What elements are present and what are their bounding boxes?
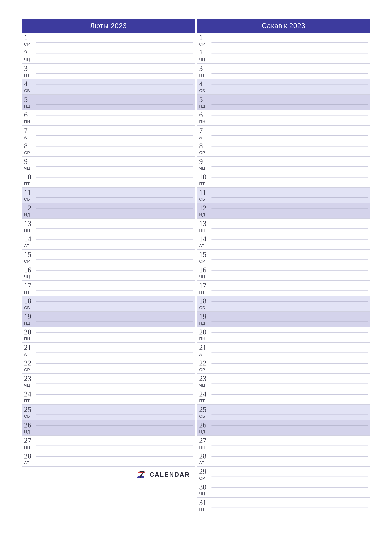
day-weekday: ЧЦ — [199, 57, 212, 62]
day-notes — [36, 374, 195, 389]
month-header: Сакавік 2023 — [197, 19, 370, 33]
day-row: 23ЧЦ — [197, 374, 370, 389]
day-label: 13ПН — [22, 219, 36, 234]
day-number: 19 — [199, 313, 212, 320]
day-label: 11СБ — [22, 188, 36, 203]
day-number: 12 — [24, 204, 36, 212]
day-number: 25 — [199, 406, 212, 413]
day-row: 24ПТ — [22, 389, 195, 405]
day-notes — [212, 110, 370, 125]
day-number: 13 — [199, 220, 212, 227]
day-label: 8СР — [22, 141, 36, 156]
day-notes — [36, 405, 195, 420]
day-weekday: НД — [24, 429, 36, 434]
day-weekday: СР — [199, 150, 212, 155]
day-notes — [212, 389, 370, 404]
day-label: 15СР — [197, 250, 212, 265]
day-weekday: ПТ — [24, 290, 36, 295]
day-number: 21 — [199, 344, 212, 351]
day-label: 4СБ — [197, 79, 212, 94]
day-number: 22 — [199, 359, 212, 367]
day-weekday: СБ — [24, 88, 36, 93]
day-label: 28АТ — [22, 451, 36, 466]
days-list: 1СР2ЧЦ3ПТ4СБ5НД6ПН7АТ8СР9ЧЦ10ПТ11СБ12НД1… — [197, 33, 370, 513]
day-weekday: НД — [199, 429, 212, 434]
day-number: 6 — [199, 111, 212, 119]
day-number: 28 — [24, 453, 36, 460]
day-row: 15СР — [22, 250, 195, 265]
day-row: 11СБ — [197, 188, 370, 203]
day-label: 24ПТ — [22, 389, 36, 404]
day-weekday: ЧЦ — [199, 491, 212, 496]
day-notes — [36, 436, 195, 451]
day-weekday: ЧЦ — [199, 383, 212, 388]
day-weekday: СР — [24, 367, 36, 372]
day-row: 21АТ — [197, 343, 370, 358]
month-column-march: Сакавік 2023 1СР2ЧЦ3ПТ4СБ5НД6ПН7АТ8СР9ЧЦ… — [197, 19, 370, 513]
day-weekday: СБ — [24, 197, 36, 202]
day-row: 3ПТ — [197, 64, 370, 79]
day-notes — [212, 374, 370, 389]
day-label: 5НД — [197, 95, 212, 110]
day-notes — [36, 126, 195, 141]
day-notes — [212, 265, 370, 280]
day-row: 16ЧЦ — [22, 265, 195, 281]
day-weekday: ЧЦ — [24, 274, 36, 279]
day-number: 13 — [24, 220, 36, 227]
brand-logo: 7 CALENDAR — [22, 467, 195, 482]
day-number: 2 — [24, 49, 36, 57]
day-label: 30ЧЦ — [197, 482, 212, 497]
day-weekday: СР — [24, 259, 36, 264]
day-notes — [212, 126, 370, 141]
day-weekday: СР — [24, 42, 36, 47]
day-weekday: АТ — [199, 135, 212, 140]
day-weekday: АТ — [199, 460, 212, 465]
day-label: 25СБ — [197, 405, 212, 420]
day-number: 5 — [199, 96, 212, 103]
day-weekday: НД — [199, 104, 212, 109]
day-weekday: СБ — [199, 414, 212, 419]
day-notes — [212, 141, 370, 156]
day-row: 10ПТ — [197, 172, 370, 188]
day-weekday: ПН — [199, 228, 212, 233]
day-label: 27ПН — [197, 436, 212, 451]
day-weekday: СБ — [199, 88, 212, 93]
day-weekday: ПН — [24, 228, 36, 233]
day-notes — [36, 48, 195, 63]
day-row: 19НД — [197, 312, 370, 327]
day-weekday: СБ — [24, 305, 36, 310]
day-weekday: СБ — [24, 414, 36, 419]
day-row: 21АТ — [22, 343, 195, 358]
day-weekday: ПТ — [24, 398, 36, 403]
day-label: 20ПН — [197, 327, 212, 342]
day-number: 20 — [24, 329, 36, 336]
day-notes — [212, 172, 370, 187]
day-row: 18СБ — [22, 296, 195, 312]
day-notes — [212, 482, 370, 497]
day-row: 6ПН — [197, 110, 370, 126]
day-row: 9ЧЦ — [197, 157, 370, 172]
day-number: 30 — [199, 483, 212, 491]
day-row: 12НД — [197, 203, 370, 219]
day-label: 10ПТ — [22, 172, 36, 187]
day-notes — [212, 296, 370, 311]
day-number: 4 — [24, 80, 36, 88]
day-label: 12НД — [197, 203, 212, 218]
day-weekday: ПН — [24, 445, 36, 450]
day-weekday: ПН — [24, 336, 36, 341]
day-number: 12 — [199, 204, 212, 212]
day-label: 14АТ — [197, 234, 212, 249]
day-label: 17ПТ — [22, 281, 36, 296]
day-label: 20ПН — [22, 327, 36, 342]
seven-icon: 7 — [138, 470, 147, 479]
day-number: 8 — [199, 142, 212, 150]
day-row: 13ПН — [197, 219, 370, 234]
day-weekday: ПТ — [199, 181, 212, 186]
day-row: 20ПН — [197, 327, 370, 343]
day-row: 20ПН — [22, 327, 195, 343]
day-number: 16 — [199, 266, 212, 274]
day-label: 28АТ — [197, 451, 212, 466]
day-weekday: СБ — [199, 197, 212, 202]
day-number: 15 — [199, 251, 212, 258]
day-row: 27ПН — [197, 436, 370, 451]
